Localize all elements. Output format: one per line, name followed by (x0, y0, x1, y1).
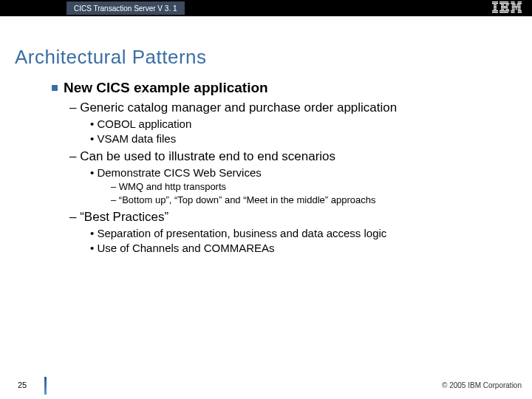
svg-rect-18 (511, 1, 514, 2)
bullet-l1: New CICS example application (52, 80, 502, 96)
svg-rect-20 (511, 3, 515, 4)
svg-rect-9 (499, 3, 509, 4)
bullet-l3-c2: Use of Channels and COMMAREAs (90, 242, 502, 254)
bullet-l4-b1: WMQ and http transports (111, 181, 502, 192)
svg-rect-30 (518, 9, 521, 10)
square-bullet-icon (52, 85, 58, 91)
svg-rect-19 (518, 1, 522, 2)
svg-rect-16 (499, 10, 509, 11)
product-title: CICS Transaction Server V 3. 1 (74, 4, 177, 13)
svg-rect-1 (492, 3, 498, 4)
svg-rect-27 (518, 7, 521, 8)
bullet-l3-b1: Demonstrate CICS Web Services (90, 166, 502, 179)
page-number: 25 (18, 381, 27, 389)
svg-rect-2 (494, 4, 497, 5)
svg-rect-13 (501, 7, 508, 8)
svg-rect-23 (516, 4, 520, 5)
svg-rect-3 (494, 6, 497, 7)
svg-rect-31 (511, 10, 514, 11)
svg-rect-25 (512, 7, 515, 8)
topbar-inner: CICS Transaction Server V 3. 1 (66, 1, 185, 15)
svg-rect-8 (499, 1, 508, 2)
svg-rect-33 (511, 12, 514, 13)
svg-rect-26 (515, 7, 517, 8)
l1-text: New CICS example application (64, 80, 268, 96)
bullet-l2-b: Can be used to illustrate end to end sce… (69, 149, 502, 164)
svg-rect-14 (501, 9, 504, 10)
slide-title: Architectural Patterns (15, 46, 207, 69)
svg-rect-29 (516, 9, 516, 10)
svg-rect-28 (512, 9, 515, 10)
bullet-l2-a: Generic catalog manager and purchase ord… (69, 100, 502, 115)
footer: 25 © 2005 IBM Corporation (0, 377, 532, 393)
bullet-l4-b2: “Bottom up”, “Top down” and “Meet in the… (111, 194, 502, 205)
bullet-l3-a1: COBOL application (90, 117, 502, 130)
svg-rect-17 (499, 12, 508, 13)
svg-rect-5 (494, 9, 497, 10)
svg-rect-34 (518, 12, 522, 13)
svg-rect-32 (518, 10, 522, 11)
bullet-l3-c1: Separation of presentation, business and… (90, 227, 502, 239)
svg-rect-22 (512, 4, 516, 5)
svg-rect-0 (492, 1, 498, 2)
ibm-logo-icon (492, 1, 522, 16)
svg-rect-10 (501, 4, 504, 5)
svg-rect-7 (492, 12, 498, 13)
svg-rect-15 (506, 9, 509, 10)
topbar: CICS Transaction Server V 3. 1 (0, 0, 532, 16)
svg-rect-12 (501, 6, 508, 7)
bullet-l2-c: “Best Practices” (69, 210, 502, 225)
svg-rect-4 (494, 7, 497, 8)
svg-rect-24 (512, 6, 521, 7)
svg-rect-21 (517, 3, 522, 4)
copyright: © 2005 IBM Corporation (442, 381, 522, 389)
svg-rect-6 (492, 10, 498, 11)
content: New CICS example application Generic cat… (52, 80, 502, 255)
slide: CICS Transaction Server V 3. 1 (0, 0, 532, 399)
svg-rect-11 (506, 4, 509, 5)
bullet-l3-a2: VSAM data files (90, 132, 502, 145)
